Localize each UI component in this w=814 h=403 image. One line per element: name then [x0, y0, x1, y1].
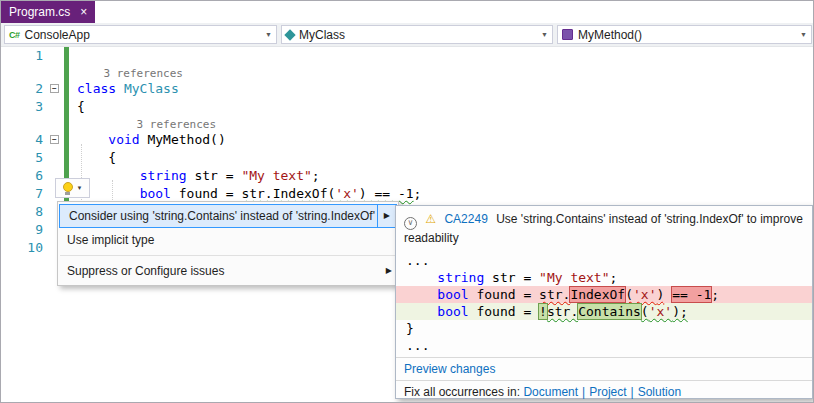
- code-token: 3 references: [77, 67, 183, 80]
- fix-all-row: Fix all occurrences in: Document|Project…: [396, 380, 812, 403]
- chevron-down-icon[interactable]: ▼: [541, 31, 548, 38]
- menu-item-suppress-configure[interactable]: Suppress or Configure issues ▶: [58, 259, 398, 283]
- code-row: 5 {: [1, 149, 813, 167]
- preview-changes-link[interactable]: Preview changes: [404, 362, 495, 376]
- close-icon[interactable]: ×: [80, 6, 87, 18]
- code-token: 'x': [633, 287, 656, 302]
- code-token: found =: [469, 287, 539, 302]
- line-number: 10: [1, 239, 45, 257]
- tab-bar: Program.cs ×: [1, 1, 813, 23]
- code-token: bool: [437, 287, 468, 302]
- link-separator: |: [582, 385, 585, 399]
- code-fix-preview-popup: ∨ ⚠ CA2249 Use 'string.Contains' instead…: [395, 205, 813, 399]
- code-token: 'x': [649, 304, 672, 319]
- code-token: class: [77, 81, 124, 96]
- code-token: [406, 287, 437, 302]
- line-number: [1, 65, 45, 80]
- quick-actions-lightbulb[interactable]: ▼: [55, 178, 90, 198]
- line-number: [1, 116, 45, 131]
- code-token: (: [641, 304, 649, 319]
- codelens-row[interactable]: 3 references: [1, 116, 813, 131]
- code-token: MyMethod(): [147, 132, 225, 147]
- diff-context-line: string str = "My text";: [396, 269, 812, 286]
- code-token: (: [625, 287, 633, 302]
- chevron-circle-icon[interactable]: ∨: [404, 217, 417, 230]
- fold-column: [45, 116, 63, 131]
- code-row: 6 string str = "My text";: [1, 167, 813, 185]
- code-token: IndexOf: [570, 287, 625, 302]
- code-row: 1: [1, 47, 813, 65]
- fold-column: [45, 47, 63, 65]
- diff-context-line: ...: [396, 337, 812, 354]
- code-token: 'x': [335, 186, 358, 201]
- fold-toggle[interactable]: −: [45, 80, 63, 98]
- fix-project-link[interactable]: Project: [589, 385, 626, 399]
- code-token: found =: [171, 186, 241, 201]
- code-token: "My text": [241, 168, 311, 183]
- code-token: MyClass: [124, 81, 179, 96]
- method-dropdown[interactable]: MyMethod() ▼: [557, 25, 812, 44]
- menu-item-label: Suppress or Configure issues: [67, 260, 224, 282]
- code-token: bool: [437, 304, 468, 319]
- diff-removed-line: bool found = str.IndexOf('x') == -1;: [396, 286, 812, 303]
- code-row: 3{: [1, 98, 813, 116]
- tab-title: Program.cs: [9, 5, 70, 19]
- line-number: 5: [1, 149, 45, 167]
- submenu-arrow-icon[interactable]: ▶: [377, 205, 396, 227]
- code-token: bool: [140, 186, 171, 201]
- code-token: str.IndexOf(: [241, 186, 335, 201]
- line-number: 3: [1, 98, 45, 116]
- code-token: "My text": [539, 270, 609, 285]
- code-line-text: 3 references: [63, 65, 183, 80]
- code-token: void: [108, 132, 147, 147]
- chevron-down-icon[interactable]: ▼: [77, 185, 83, 191]
- codelens-row[interactable]: 3 references: [1, 65, 813, 80]
- menu-item-consider-string-contains[interactable]: Consider using 'string.Contains' instead…: [59, 204, 397, 228]
- diff-preview: ... string str = "My text"; bool found =…: [396, 249, 812, 357]
- method-dropdown-label: MyMethod(): [578, 28, 642, 42]
- popup-footer: Preview changes Fix all occurrences in: …: [396, 357, 812, 403]
- menu-item-label: Use implicit type: [67, 229, 154, 251]
- diff-context-line: }: [396, 320, 812, 337]
- menu-item-use-implicit-type[interactable]: Use implicit type: [58, 228, 398, 252]
- class-dropdown[interactable]: MyClass ▼: [281, 25, 553, 44]
- code-token: 3 references: [77, 118, 216, 131]
- line-number: 2: [1, 80, 45, 98]
- menu-item-label: Consider using 'string.Contains' instead…: [69, 205, 375, 227]
- class-dropdown-label: MyClass: [299, 28, 345, 42]
- code-token: );: [672, 304, 688, 319]
- class-icon: [284, 29, 295, 40]
- code-token: str =: [484, 270, 539, 285]
- fold-toggle[interactable]: −: [45, 131, 63, 149]
- line-number: 9: [1, 221, 45, 239]
- fix-document-link[interactable]: Document: [523, 385, 578, 399]
- chevron-down-icon[interactable]: ▼: [265, 31, 272, 38]
- collapse-icon[interactable]: −: [50, 84, 59, 93]
- project-dropdown-label: ConsoleApp: [25, 28, 90, 42]
- code-line-text: string str = "My text";: [63, 167, 320, 185]
- fix-all-label: Fix all occurrences in:: [404, 385, 523, 399]
- fix-solution-link[interactable]: Solution: [638, 385, 681, 399]
- project-dropdown[interactable]: C# ConsoleApp ▼: [4, 25, 277, 44]
- quick-actions-menu: Consider using 'string.Contains' instead…: [57, 201, 399, 286]
- link-separator: |: [631, 385, 634, 399]
- code-token: Contains: [578, 304, 641, 319]
- code-token: [406, 270, 437, 285]
- lightbulb-head: [63, 182, 73, 192]
- line-number: 7: [1, 185, 45, 203]
- lightbulb-base: [65, 192, 70, 195]
- code-token: [664, 287, 672, 302]
- diff-context-line: ...: [396, 252, 812, 269]
- code-token: str.: [547, 304, 578, 319]
- line-number: 8: [1, 203, 45, 221]
- code-token: ;: [610, 270, 618, 285]
- code-token: [406, 304, 437, 319]
- code-token: str =: [187, 168, 242, 183]
- diagnostic-code-link[interactable]: CA2249: [444, 212, 487, 226]
- collapse-icon[interactable]: −: [50, 135, 59, 144]
- chevron-down-icon[interactable]: ▼: [800, 31, 807, 38]
- code-line-text: class MyClass: [63, 80, 179, 98]
- code-line-text: {: [63, 149, 116, 167]
- csharp-project-icon: C#: [9, 30, 20, 40]
- tab-program-cs[interactable]: Program.cs ×: [1, 1, 95, 23]
